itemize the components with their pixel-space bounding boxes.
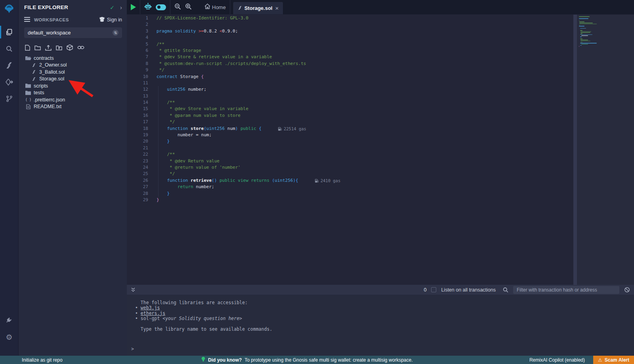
- code-line[interactable]: 1// SPDX-License-Identifier: GPL-3.0: [127, 15, 340, 21]
- terminal-prompt[interactable]: >: [131, 346, 134, 352]
- minimap[interactable]: [579, 16, 597, 47]
- ai-robot-icon[interactable]: [144, 3, 152, 11]
- zoom-in-icon[interactable]: [185, 3, 192, 11]
- code-line[interactable]: 5/**: [127, 41, 340, 48]
- listen-transactions-checkbox[interactable]: [431, 287, 436, 292]
- code-line[interactable]: 6 * @title Storage: [127, 48, 340, 54]
- clear-console-icon[interactable]: [624, 287, 630, 293]
- terminal-collapse-icon[interactable]: [131, 287, 136, 292]
- sidebar-item-plugin-manager[interactable]: [0, 312, 19, 329]
- sidebar-item-file-explorer[interactable]: [0, 24, 19, 40]
- line-number: 19: [127, 132, 148, 138]
- sidebar-item-git[interactable]: [0, 90, 19, 107]
- terminal-output: The following libraries are accessible:•…: [127, 295, 634, 332]
- tree-item[interactable]: 2_Owner.sol: [19, 62, 127, 69]
- code-line[interactable]: 29}: [127, 197, 340, 203]
- tree-item[interactable]: README.txt: [19, 103, 127, 111]
- sidebar-item-search[interactable]: [0, 40, 19, 57]
- search-icon: [6, 45, 13, 52]
- line-number: 29: [127, 197, 148, 203]
- zoom-out-icon[interactable]: [174, 3, 181, 11]
- code-line[interactable]: 2: [127, 21, 340, 28]
- code-line[interactable]: 20 }: [127, 138, 340, 145]
- copilot-toggle[interactable]: [156, 4, 166, 10]
- upload-file-icon[interactable]: [45, 45, 52, 51]
- code-line[interactable]: 8 * @custom:dev-run-script ./scripts/dep…: [127, 61, 340, 67]
- new-folder-icon[interactable]: [34, 45, 41, 50]
- line-number: 27: [127, 184, 148, 190]
- solidity-file-icon: [238, 5, 242, 12]
- code-text: }: [148, 191, 170, 197]
- code-line[interactable]: 22 /**: [127, 151, 340, 158]
- code-line[interactable]: 27 return number;: [127, 184, 340, 190]
- workspace-select[interactable]: default_workspace ⇅: [24, 27, 122, 38]
- new-file-icon[interactable]: [25, 45, 30, 51]
- transaction-filter-input[interactable]: [513, 286, 619, 294]
- editor-scrollbar[interactable]: [573, 15, 577, 285]
- code-line[interactable]: 28 }: [127, 191, 340, 197]
- code-text: * @dev Return value: [148, 158, 220, 164]
- cube-icon[interactable]: [67, 44, 73, 51]
- tree-item[interactable]: tests: [19, 90, 127, 97]
- scam-alert-button[interactable]: ⚠ Scam Alert: [593, 356, 634, 364]
- link-icon[interactable]: [77, 45, 84, 50]
- sign-in-button[interactable]: Sign in: [99, 17, 122, 23]
- tree-item[interactable]: scripts: [19, 82, 127, 90]
- terminal[interactable]: The following libraries are accessible:•…: [127, 295, 634, 356]
- collapse-chevron-icon[interactable]: ›: [120, 4, 122, 11]
- library-link[interactable]: web3.js: [141, 305, 160, 311]
- code-line[interactable]: 26 function retrieve() public view retur…: [127, 177, 340, 184]
- tab-storage-sol[interactable]: Storage.sol ×: [233, 2, 283, 14]
- code-line[interactable]: 14 /**: [127, 99, 340, 106]
- git-branch-icon: [6, 95, 13, 102]
- code-line[interactable]: 4: [127, 34, 340, 41]
- code-line[interactable]: 12 uint256 number;: [127, 86, 340, 93]
- sidebar-item-settings[interactable]: ⚙: [0, 329, 19, 345]
- tree-item-label: scripts: [34, 83, 48, 89]
- code-line[interactable]: 21: [127, 145, 340, 151]
- copilot-status[interactable]: RemixAI Copilot (enabled): [529, 357, 585, 363]
- code-text: [148, 145, 157, 151]
- code-line[interactable]: 16 * @param num value to store: [127, 112, 340, 119]
- code-line[interactable]: 17 */: [127, 119, 340, 125]
- code-text: pragma solidity >=0.8.2 <0.9.0;: [148, 28, 238, 34]
- tab-close-icon[interactable]: ×: [275, 5, 279, 11]
- code-text: uint256 number;: [148, 86, 206, 93]
- code-line[interactable]: 18 function store(uint256 num) public {2…: [127, 126, 340, 132]
- code-line[interactable]: 23 * @dev Return value: [127, 158, 340, 164]
- tree-item[interactable]: ( ).prettierrc.json: [19, 96, 127, 103]
- code-line[interactable]: 9 */: [127, 67, 340, 73]
- home-button[interactable]: Home: [204, 4, 226, 11]
- tree-item[interactable]: contracts: [19, 55, 127, 62]
- code-line[interactable]: 7 * @dev Store & retrieve value in a var…: [127, 54, 340, 60]
- upload-folder-icon[interactable]: [56, 45, 62, 50]
- init-git-repo-button[interactable]: Initialize as git repo: [22, 357, 63, 363]
- hamburger-menu-icon[interactable]: [24, 16, 30, 23]
- tree-item[interactable]: 3_Ballot.sol: [19, 69, 127, 76]
- tree-item[interactable]: Storage.sol: [19, 76, 127, 83]
- code-editor[interactable]: 1// SPDX-License-Identifier: GPL-3.023pr…: [127, 15, 634, 285]
- library-link[interactable]: ethers.js: [141, 311, 165, 316]
- terminal-line: The following libraries are accessible:: [127, 300, 634, 305]
- code-line[interactable]: 19 number = num;: [127, 132, 340, 138]
- code-line[interactable]: 15 * @dev Store value in variable: [127, 106, 340, 112]
- run-script-button[interactable]: [131, 4, 136, 10]
- code-line[interactable]: 10contract Storage {: [127, 74, 340, 80]
- sidebar-item-solidity-compiler[interactable]: [0, 57, 19, 74]
- code-line[interactable]: 13: [127, 93, 340, 99]
- remix-logo[interactable]: [0, 0, 19, 17]
- terminal-line: [127, 322, 634, 327]
- code-line[interactable]: 3pragma solidity >=0.8.2 <0.9.0;: [127, 28, 340, 34]
- code-text: function retrieve() public view returns …: [148, 177, 298, 184]
- terminal-search-icon: [503, 287, 508, 293]
- code-line[interactable]: 25 */: [127, 171, 340, 177]
- code-text: */: [148, 119, 175, 125]
- line-number: 17: [127, 119, 148, 125]
- sidebar-item-deploy-run[interactable]: [0, 74, 19, 90]
- line-number: 7: [127, 54, 148, 60]
- code-text: return number;: [148, 184, 214, 190]
- code-line[interactable]: 11: [127, 80, 340, 86]
- line-number: 5: [127, 41, 148, 48]
- code-text: * @title Storage: [148, 48, 201, 54]
- code-line[interactable]: 24 * @return value of 'number': [127, 164, 340, 171]
